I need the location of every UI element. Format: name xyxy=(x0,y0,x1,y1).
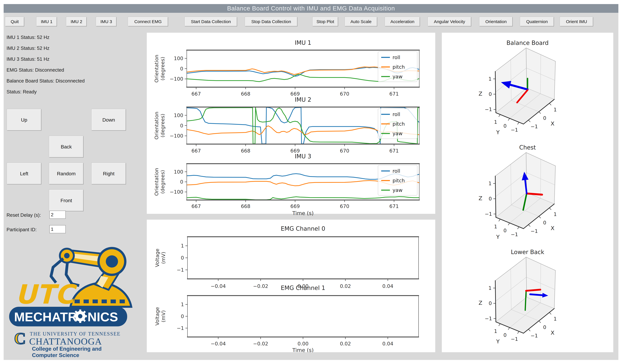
participant-id-label: Participant ID: xyxy=(6,227,37,232)
toolbar-button-orientation[interactable]: Orientation xyxy=(479,17,513,26)
random-button[interactable]: Random xyxy=(49,163,84,185)
toolbar-button-stop-plot[interactable]: Stop Plot xyxy=(312,17,338,26)
mechatronics-banner: MECHATR NICS xyxy=(9,307,127,326)
toolbar-button-imu-2[interactable]: IMU 2 xyxy=(66,17,87,26)
orientation-3d-panel xyxy=(442,33,613,352)
emg-plots-panel xyxy=(147,220,435,352)
balance-board-status: Balance Board Status: Disconnected xyxy=(6,78,85,84)
front-button[interactable]: Front xyxy=(49,190,84,211)
reset-delay-input[interactable] xyxy=(49,211,66,219)
toolbar-button-acceleration[interactable]: Acceleration xyxy=(385,17,420,26)
balance-board-3d-title: Balance Board xyxy=(442,39,613,46)
toolbar-button-angular-velocity[interactable]: Angular Velocity xyxy=(428,17,471,26)
toolbar-button-auto-scale[interactable]: Auto Scale xyxy=(345,17,377,26)
participant-id-input[interactable] xyxy=(49,225,66,233)
imu-plots-panel xyxy=(147,33,435,214)
up-button[interactable]: Up xyxy=(7,109,41,131)
app-window: Balance Board Control with IMU and EMG D… xyxy=(0,0,622,364)
college-line-2: Computer Science xyxy=(32,352,79,358)
toolbar-button-quit[interactable]: Quit xyxy=(5,17,24,26)
utc-c-logo: C xyxy=(14,329,26,347)
toolbar-button-start-data-collection[interactable]: Start Data Collection xyxy=(185,17,237,26)
city-line: CHATTANOOGA xyxy=(29,336,102,346)
app-status: Status: Ready xyxy=(6,89,37,95)
gear-icon xyxy=(74,309,87,323)
mechatronics-text-left: MECHATR xyxy=(14,310,77,324)
toolbar-button-imu-3[interactable]: IMU 3 xyxy=(96,17,117,26)
utc-wordmark: UTC xyxy=(15,279,77,310)
emg-status: EMG Status: Disconnected xyxy=(6,67,64,73)
reset-delay-label: Reset Delay (s): xyxy=(6,212,41,218)
window-title: Balance Board Control with IMU and EMG D… xyxy=(227,5,395,12)
lower-back-3d-title: Lower Back xyxy=(442,249,613,255)
toolbar-button-stop-data-collection[interactable]: Stop Data Collection xyxy=(245,17,297,26)
down-button[interactable]: Down xyxy=(91,109,126,131)
right-button[interactable]: Right xyxy=(91,163,126,185)
imu3-status: IMU 3 Status: 51 Hz xyxy=(6,56,49,62)
mechatronics-text-right: NICS xyxy=(87,310,118,324)
toolbar-button-orient-imu[interactable]: Orient IMU xyxy=(560,17,593,26)
utc-mechatronics-logo: UTC MECHATR NICS C THE UNIVERSITY OF TEN… xyxy=(8,240,139,359)
toolbar-button-imu-1[interactable]: IMU 1 xyxy=(36,17,57,26)
toolbar-button-quaternion[interactable]: Quaternion xyxy=(520,17,554,26)
window-title-bar: Balance Board Control with IMU and EMG D… xyxy=(4,4,618,13)
back-button[interactable]: Back xyxy=(49,136,84,158)
imu1-status: IMU 1 Status: 52 Hz xyxy=(6,34,49,40)
imu2-status: IMU 2 Status: 52 Hz xyxy=(6,45,49,51)
toolbar-button-connect-emg[interactable]: Connect EMG xyxy=(128,17,168,26)
college-line-1: College of Engineering and xyxy=(32,346,102,352)
university-line: THE UNIVERSITY OF TENNESSEE xyxy=(30,331,120,337)
left-button[interactable]: Left xyxy=(7,163,41,185)
chest-3d-title: Chest xyxy=(442,144,613,151)
